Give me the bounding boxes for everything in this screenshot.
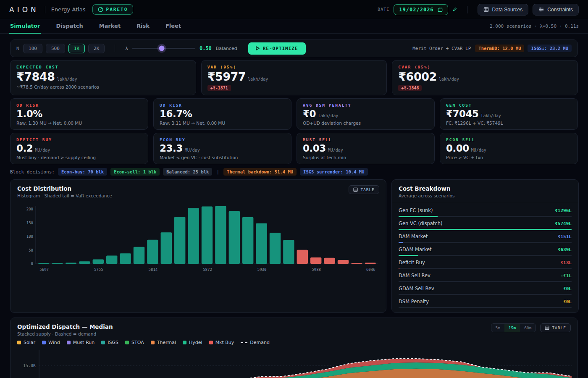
histogram-bar[interactable] xyxy=(174,217,185,264)
histogram-bar[interactable] xyxy=(270,233,281,264)
divider xyxy=(467,6,467,13)
tab-simulator[interactable]: Simulator xyxy=(9,19,41,34)
histogram-bar[interactable] xyxy=(106,256,117,264)
histogram-bar[interactable] xyxy=(202,207,213,264)
kpi-value: 16.7% xyxy=(160,108,192,119)
histogram-table-button[interactable]: TABLE xyxy=(349,185,379,194)
histogram-bar[interactable] xyxy=(256,223,267,264)
histogram-bar[interactable] xyxy=(147,240,158,264)
calendar-icon[interactable] xyxy=(438,7,443,12)
histogram-bar[interactable] xyxy=(365,262,376,264)
kpi-unit: MU/day xyxy=(471,148,486,152)
kpi-value-line: 0.2MU/day xyxy=(16,143,142,154)
svg-text:150: 150 xyxy=(26,221,33,225)
svg-text:200: 200 xyxy=(26,207,33,211)
cost-breakdown-rows: Gen FC (sunk)₹1296LGen VC (dispatch)₹574… xyxy=(392,203,578,312)
legend-item-isgs[interactable]: ISGS xyxy=(101,340,118,345)
histogram-bar[interactable] xyxy=(215,206,226,264)
scenario-count-100[interactable]: 100 xyxy=(23,44,42,53)
svg-text:5697: 5697 xyxy=(39,268,49,272)
svg-text:5930: 5930 xyxy=(257,268,267,272)
histogram-bar[interactable] xyxy=(134,247,144,264)
kpi-value-line: 23.3MU/day xyxy=(160,143,285,154)
block-badges-group1: Econ-buy: 70 blkEcon-sell: 1 blkBalanced… xyxy=(58,168,212,176)
histogram-bar[interactable] xyxy=(338,260,349,264)
kpi-label: GEN COST xyxy=(446,103,572,108)
legend-item-wind[interactable]: Wind xyxy=(42,340,60,345)
scenario-count-1k[interactable]: 1K xyxy=(68,44,85,53)
kpi-value-line: ₹7848lakh/day xyxy=(16,70,190,83)
breakdown-row[interactable]: GDAM Market₹639L xyxy=(399,244,572,257)
histogram-bar[interactable] xyxy=(120,253,131,264)
legend-item-stoa[interactable]: STOA xyxy=(125,340,144,345)
histogram-bar[interactable] xyxy=(188,208,199,264)
kpi-value-line: ₹7045lakh/day xyxy=(446,108,572,119)
legend-swatch xyxy=(17,341,21,344)
histogram-bar[interactable] xyxy=(161,232,172,264)
constraints-button[interactable]: Constraints xyxy=(533,4,579,16)
legend-item-thermal[interactable]: Thermal xyxy=(151,340,176,345)
time-range-15m[interactable]: 15m xyxy=(504,324,520,332)
edit-icon[interactable] xyxy=(452,7,457,12)
legend-item-hydel[interactable]: Hydel xyxy=(183,340,202,345)
breakdown-row[interactable]: GDAM Sell Rev₹0L xyxy=(399,283,572,296)
breakdown-value: ₹0L xyxy=(563,299,572,304)
kpi-unit: lakh/day xyxy=(439,77,459,81)
legend-swatch xyxy=(209,341,213,344)
breakdown-row[interactable]: DAM Market₹151L xyxy=(399,231,572,244)
kpi-subtext: Raw: 3.11 MU → Net: 0.00 MU xyxy=(160,121,285,126)
histogram-bar[interactable] xyxy=(66,262,76,264)
kpi-row: EXPECTED COST₹7848lakh/day~₹78.5 Cr/day … xyxy=(10,60,578,95)
histogram-bar[interactable] xyxy=(79,261,90,264)
kpi-value: 0.2 xyxy=(16,143,33,154)
histogram-bar[interactable] xyxy=(52,263,63,264)
tab-market[interactable]: Market xyxy=(98,19,121,34)
pareto-badge[interactable]: PARETO xyxy=(92,4,134,15)
histogram-bar[interactable] xyxy=(310,257,321,264)
kpi-label: VAR (95%) xyxy=(207,65,381,69)
histogram-bar[interactable] xyxy=(324,258,335,264)
data-sources-button[interactable]: Data Sources xyxy=(478,4,529,16)
breakdown-label: DSM Penalty xyxy=(399,299,429,304)
legend-item-solar[interactable]: Solar xyxy=(17,340,35,345)
legend-label: ISGS xyxy=(108,340,118,345)
legend-item-demand[interactable]: Demand xyxy=(241,340,270,345)
time-range-60m[interactable]: 60m xyxy=(520,324,536,332)
legend-item-mkt-buy[interactable]: Mkt Buy xyxy=(209,340,234,345)
tab-fleet[interactable]: Fleet xyxy=(165,19,182,34)
breakdown-row[interactable]: DAM Sell Rev-₹1L xyxy=(399,270,572,283)
kpi-card: ECON BUY23.3MU/dayMarket < gen VC · cost… xyxy=(153,133,291,164)
lambda-slider-thumb[interactable] xyxy=(159,46,165,51)
breakdown-label: Deficit Buy xyxy=(399,260,425,265)
tab-risk[interactable]: Risk xyxy=(136,19,150,34)
tab-dispatch[interactable]: Dispatch xyxy=(55,19,84,34)
legend-item-must-run[interactable]: Must-Run xyxy=(67,340,95,345)
legend-swatch xyxy=(151,341,155,344)
breakdown-row[interactable]: Gen VC (dispatch)₹5749L xyxy=(399,218,572,231)
time-range-5m[interactable]: 5m xyxy=(491,324,504,332)
scenario-count-500[interactable]: 500 xyxy=(46,44,65,53)
breakdown-bar-track xyxy=(399,216,572,217)
breakdown-row[interactable]: Deficit Buy₹13L xyxy=(399,257,572,270)
date-input[interactable]: 19/02/2026 xyxy=(394,4,448,15)
kpi-value-line: 0.00MU/day xyxy=(446,143,572,154)
breakdown-row-top: DAM Market₹151L xyxy=(399,234,572,239)
dispatch-table-button[interactable]: TABLE xyxy=(540,323,571,332)
histogram-bar[interactable] xyxy=(93,260,104,264)
histogram-bar[interactable] xyxy=(242,217,253,264)
scenario-count-2k[interactable]: 2K xyxy=(88,44,105,53)
re-optimize-button[interactable]: RE-OPTIMIZE xyxy=(248,42,306,55)
kpi-subtext: Market < gen VC · cost substitution xyxy=(160,155,285,160)
histogram-bar[interactable] xyxy=(229,211,240,264)
lambda-slider[interactable] xyxy=(132,48,195,49)
histogram-bar[interactable] xyxy=(297,250,308,264)
n-label: N xyxy=(16,46,19,51)
histogram-bar[interactable] xyxy=(351,263,362,264)
cost-breakdown-title: Cost Breakdown xyxy=(399,185,454,192)
kpi-label: ECON SELL xyxy=(446,137,572,142)
histogram-bar[interactable] xyxy=(283,240,294,264)
breakdown-row[interactable]: Gen FC (sunk)₹1296L xyxy=(399,205,572,218)
breakdown-row[interactable]: DSM Penalty₹0L xyxy=(399,296,572,309)
block-decisions-label: Block decisions: xyxy=(10,169,55,175)
histogram-bar[interactable] xyxy=(38,263,49,264)
